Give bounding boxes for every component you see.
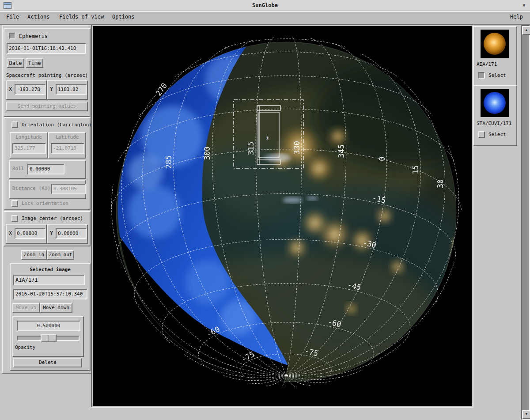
pointing-y-input[interactable]: 1183.82 [56,84,87,95]
euvi-select-label: Select [488,132,506,137]
delete-button[interactable]: Delete [13,358,82,367]
scroll-down-icon[interactable]: ▼ [522,410,530,419]
orientation-checkbox[interactable] [11,121,18,128]
move-down-button[interactable]: Move down [40,303,72,313]
roll-input[interactable]: 0.00000 [27,164,64,174]
image-center-checkbox[interactable] [11,215,18,222]
euvi-sun-disc [484,92,506,114]
image-center-y-input[interactable]: 0.00000 [56,228,87,239]
pointing-x-frame: X -193.278 [6,80,47,100]
orientation-label: Orientation (Carrington) [22,122,92,128]
selected-image-title: Selected image [11,267,90,272]
euvi-thumbnail-label: STA/EUVI/171 [477,121,511,126]
image-center-label: Image center (arcsec) [22,216,83,221]
zoom-in-button[interactable]: Zoom in [21,250,47,260]
latitude-input[interactable]: -21.0710 [51,143,84,154]
longitude-label: Longitude [11,134,47,140]
image-center-x-input[interactable]: 0.00000 [15,228,45,239]
euvi-select-checkbox[interactable] [478,131,485,138]
latitude-frame: Latitude -21.0710 [48,132,86,159]
opacity-value-input[interactable]: 0.500000 [17,321,80,331]
svg-text:15: 15 [411,165,420,174]
selected-image-name[interactable]: AIA/171 [13,275,85,285]
svg-text:0: 0 [378,156,386,161]
euvi-thumbnail-image[interactable] [481,89,509,117]
aia-select-checkbox[interactable] [478,72,485,79]
aia-thumbnail-image[interactable] [481,30,509,58]
close-icon[interactable]: × [522,0,526,11]
aia-sun-disc [484,33,506,55]
zoom-out-button[interactable]: Zoom out [47,250,74,260]
opacity-label: Opacity [15,344,35,350]
distance-input[interactable]: 0.388105 [51,184,86,194]
ephemeris-group: Ephemeris 2016-01-01T16:18:42.410 Date T… [4,28,91,117]
svg-text:345: 345 [337,144,346,158]
svg-text:30: 30 [436,179,445,188]
thumbnail-card-aia[interactable]: AIA/171 Select [473,26,517,86]
aia-select-label: Select [488,72,506,78]
menu-options[interactable]: Options [110,12,137,22]
send-pointing-button[interactable]: Send pointing values [6,102,88,111]
date-button[interactable]: Date [7,58,24,68]
aia-thumbnail-label: AIA/171 [477,61,497,67]
pointing-x-input[interactable]: -193.278 [15,84,45,95]
image-center-group: Image center (arcsec) X 0.00000 Y 0.0000… [4,211,91,246]
menu-help[interactable]: Help [507,12,526,22]
right-panel-scrollbar[interactable]: ▲ ▼ [521,25,530,420]
image-center-y-label: Y [50,230,53,236]
thumbnail-card-euvi[interactable]: STA/EUVI/171 Select [473,85,517,146]
window-title: SunGlobe [0,0,530,11]
pointing-label: Spacecraft pointing (arcsec) [4,72,90,78]
svg-text:300: 300 [203,147,212,160]
datetime-input[interactable]: 2016-01-01T16:18:42.410 [7,43,86,54]
menu-fields-of-view[interactable]: Fields-of-view [57,12,106,22]
menu-bar: File Actions Fields-of-view Options Help [0,11,530,25]
selected-image-group: Selected image AIA/171 2016-01-20T15:57:… [10,263,91,371]
image-center-x-frame: X 0.00000 [6,224,47,244]
ephemeris-checkbox[interactable] [9,33,15,39]
longitude-input[interactable]: 325.177 [12,143,46,154]
time-button[interactable]: Time [26,58,43,68]
selected-image-datetime[interactable]: 2016-01-20T15:57:10.340 [13,289,87,299]
pointing-y-label: Y [50,86,53,92]
opacity-slider-handle[interactable] [41,334,57,342]
distance-label: Distance (AU) [12,185,50,191]
globe-canvas[interactable]: 27028530031533034501530-15-30-45-60-75-6… [91,24,473,408]
fov-center-marker: ✳ [265,133,270,142]
image-center-x-label: X [9,230,12,236]
move-up-button[interactable]: Move up [12,303,40,313]
longitude-frame: Longitude 325.177 [10,132,48,159]
pointing-x-label: X [9,86,12,92]
latitude-label: Latitude [49,134,85,140]
menu-actions[interactable]: Actions [25,12,53,22]
roll-label: Roll [12,166,24,171]
lock-orientation-label: Lock orientation [22,201,68,206]
scroll-up-icon[interactable]: ▲ [522,26,530,35]
svg-text:315: 315 [246,142,255,155]
lock-orientation-checkbox[interactable] [11,200,18,207]
image-center-y-frame: Y 0.00000 [47,224,88,244]
svg-text:330: 330 [292,141,301,155]
title-bar: SunGlobe × [0,0,530,11]
distance-frame: Distance (AU) 0.388105 [9,180,86,199]
menu-file[interactable]: File [4,12,22,22]
svg-text:285: 285 [164,155,173,169]
opacity-frame: 0.500000 Opacity [12,316,84,357]
pointing-y-frame: Y 1183.82 [47,80,88,100]
roll-frame: Roll 0.00000 [9,160,86,179]
orientation-group: Orientation (Carrington) Longitude 325.1… [4,117,91,210]
ephemeris-label: Ephemeris [19,33,48,39]
sun-globe-view[interactable]: 27028530031533034501530-15-30-45-60-75-6… [93,26,472,406]
